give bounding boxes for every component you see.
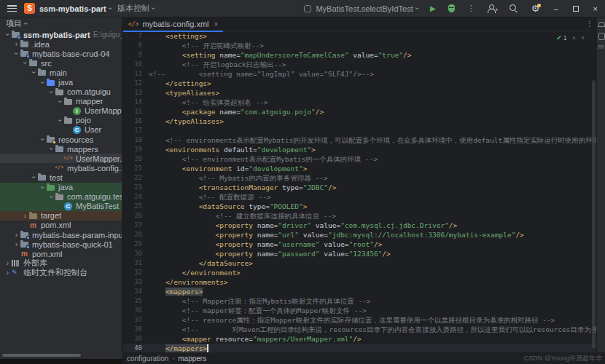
tree-chevron-icon[interactable]: › <box>12 40 20 48</box>
tree-chevron-icon[interactable]: › <box>21 59 29 67</box>
code-line-39[interactable]: 39 <mapper resource="mappers/UserMapper.… <box>123 334 605 344</box>
tab-close-icon[interactable]: × <box>214 20 219 28</box>
tree-chevron-icon[interactable]: › <box>12 50 20 58</box>
next-problem-icon[interactable]: ∨ <box>581 35 585 41</box>
tree-item-com.atguigu[interactable]: ›com.atguigu <box>0 87 122 97</box>
settings-gear-icon[interactable]: ⚙ <box>531 4 540 13</box>
code-line-36[interactable]: 36 <!-- mapper标签：配置一个具体的Mapper映射文件 --> <box>123 306 605 315</box>
code-with-me-icon[interactable]: + <box>488 4 496 13</box>
run-button[interactable]: ▶ <box>430 4 436 12</box>
prev-problem-icon[interactable]: ∧ <box>572 35 576 41</box>
editor-scrollbar[interactable] <box>592 80 596 348</box>
code-line-27[interactable]: 27 <property name="driver" value="com.my… <box>123 221 605 230</box>
tree-chevron-icon[interactable]: › <box>12 231 20 239</box>
code-line-16[interactable]: 16 </typeAliases> <box>123 116 605 126</box>
code-line-15[interactable]: 15 <package name="com.atguigu.pojo"/> <box>123 107 605 116</box>
tree-chevron-icon[interactable]: › <box>47 193 55 201</box>
code-line-33[interactable]: 33 </environments> <box>123 277 605 287</box>
tree-item-ssm-mybatis-part[interactable]: ›ssm-mybatis-partE:\guigu_code\ssm-m <box>0 30 122 39</box>
code-line-17[interactable]: 17 <box>123 126 605 135</box>
code-line-26[interactable]: 26 <!-- 建立数据库连接的具体信息 --> <box>123 211 605 221</box>
tree-chevron-icon[interactable]: › <box>30 173 38 181</box>
tree-item-usermapper[interactable]: IUserMapper <box>0 106 122 116</box>
tab-options-icon[interactable]: ⋮ <box>586 20 593 28</box>
tree-item-外部库[interactable]: ›外部库 <box>0 258 122 268</box>
project-switcher[interactable]: ssm-mybatis-part <box>39 4 106 13</box>
debug-button[interactable] <box>448 4 455 12</box>
code-line-12[interactable]: 12 </settings> <box>123 79 605 88</box>
tree-item-mappers[interactable]: ›mappers <box>0 144 122 154</box>
tree-item-com.atguigu.test[interactable]: ›com.atguigu.test <box>0 192 122 202</box>
maven-icon[interactable]: m <box>598 44 604 50</box>
tree-item-.idea[interactable]: ›.idea <box>0 39 122 49</box>
code-line-8[interactable]: 8 <!-- 开启驼峰式映射--> <box>123 41 605 50</box>
code-line-14[interactable]: 14 <!-- 给实体类起别名 --> <box>123 98 605 107</box>
tree-chevron-icon[interactable]: › <box>56 116 64 124</box>
tree-item-java[interactable]: ›java <box>0 183 122 192</box>
code-line-20[interactable]: 20 <!-- environment表示配置Mybatis的一个具体的环境 -… <box>123 154 605 164</box>
tree-item-java[interactable]: ›java <box>0 77 122 87</box>
tree-item-src[interactable]: ›src <box>0 58 122 68</box>
tree-item-target[interactable]: ›target <box>0 211 122 221</box>
main-menu-icon[interactable] <box>7 5 17 12</box>
code-line-24[interactable]: 24 <!-- 配置数据源 --> <box>123 192 605 202</box>
more-actions-icon[interactable]: ⋮ <box>467 4 475 13</box>
tree-chevron-icon[interactable]: › <box>21 212 29 220</box>
code-line-9[interactable]: 9 <setting name="mapUnderscoreToCamelCas… <box>123 50 605 60</box>
tree-chevron-icon[interactable]: › <box>12 240 20 248</box>
tree-chevron-icon[interactable]: › <box>47 88 55 96</box>
database-icon[interactable] <box>598 33 604 39</box>
code-line-21[interactable]: 21 <environment id="development"> <box>123 164 605 173</box>
tree-chevron-icon[interactable]: › <box>39 79 47 87</box>
maximize-button[interactable] <box>573 6 579 12</box>
tree-item-mybatis-base-quick-01[interactable]: ›mybatis-base-quick-01 <box>0 240 122 249</box>
vcs-widget[interactable]: 版本控制 <box>117 3 149 14</box>
tree-item-main[interactable]: ›main <box>0 68 122 77</box>
tree-item-临时文件和控制台[interactable]: ›✎临时文件和控制台 <box>0 268 122 277</box>
code-line-32[interactable]: 32 </environment> <box>123 268 605 277</box>
code-line-13[interactable]: 13 <typeAliases> <box>123 88 605 98</box>
tree-chevron-icon[interactable]: › <box>30 68 38 76</box>
tree-item-test[interactable]: ›test <box>0 173 122 182</box>
notifications-icon[interactable] <box>598 22 604 28</box>
tree-item-pom.xml[interactable]: mpom.xml <box>0 221 122 230</box>
tree-chevron-icon[interactable]: › <box>47 145 55 153</box>
tree-item-resources[interactable]: ›resources <box>0 135 122 144</box>
tree-chevron-icon[interactable]: › <box>4 31 12 39</box>
code-line-10[interactable]: 10 <!-- 开启logback日志输出--> <box>123 60 605 69</box>
tab-mybatis-config[interactable]: </> mybatis-config.xml × <box>123 17 223 31</box>
code-line-11[interactable]: 11<!-- <setting name="logImpl" value="SL… <box>123 69 605 79</box>
code-line-34[interactable]: 34 <mappers> <box>123 287 605 296</box>
code-line-30[interactable]: 30 <property name="password" value="1234… <box>123 249 605 258</box>
close-button[interactable]: × <box>593 4 598 13</box>
code-line-37[interactable]: 37 <!-- resource属性：指定Mapper映射文件的实际存储位置，这… <box>123 315 605 325</box>
minimize-button[interactable]: – <box>553 4 558 13</box>
tree-chevron-icon[interactable]: › <box>56 98 64 106</box>
tree-item-usermapper.xml[interactable]: </>UserMapper.xml <box>0 154 122 163</box>
breadcrumb-mappers[interactable]: mappers <box>178 355 206 363</box>
inspections-widget[interactable]: ✔ 1 ∧ ∨ <box>556 34 585 41</box>
tree-item-mapper[interactable]: ›mapper <box>0 97 122 106</box>
tree-chevron-icon[interactable]: › <box>39 135 47 143</box>
code-line-7[interactable]: 7 <settings> <box>123 31 605 41</box>
tree-chevron-icon[interactable]: › <box>4 259 12 267</box>
search-everywhere-icon[interactable] <box>510 4 518 13</box>
code-line-18[interactable]: 18 <!-- environments表示配置Mybatis的开发环境，可以配… <box>123 135 605 145</box>
code-editor[interactable]: 7 <settings>8 <!-- 开启驼峰式映射-->9 <setting … <box>123 31 605 352</box>
tree-item-pom.xml[interactable]: mpom.xml <box>0 249 122 258</box>
code-line-25[interactable]: 25 <dataSource type="POOLED"> <box>123 202 605 211</box>
code-line-22[interactable]: 22 <!-- Mybatis的内置的事务管理器 --> <box>123 173 605 183</box>
code-line-28[interactable]: 28 <property name="url" value="jdbc:mysq… <box>123 230 605 240</box>
tree-item-mybatis-base-crud-04[interactable]: ›mybatis-base-crud-04 <box>0 49 122 58</box>
code-line-38[interactable]: 38 <!-- 对Maven工程的目录结构来说，resources目录下的内容会… <box>123 325 605 334</box>
tree-chevron-icon[interactable]: › <box>39 183 47 191</box>
horizontal-scrollbar[interactable] <box>2 354 81 357</box>
run-configuration[interactable]: MyBatisTest.selectByIdTest › <box>304 4 424 13</box>
code-line-40[interactable]: 40 </mappers> <box>123 344 605 352</box>
tree-item-user[interactable]: CUser <box>0 125 122 135</box>
code-line-35[interactable]: 35 <!-- Mapper注册：指定Mybatis映射文件的具体位置 --> <box>123 296 605 306</box>
project-panel-header[interactable]: 项目 › <box>0 17 122 30</box>
code-line-31[interactable]: 31 </dataSource> <box>123 258 605 268</box>
tree-item-pojo[interactable]: ›pojo <box>0 116 122 125</box>
tree-chevron-icon[interactable]: › <box>4 269 12 277</box>
